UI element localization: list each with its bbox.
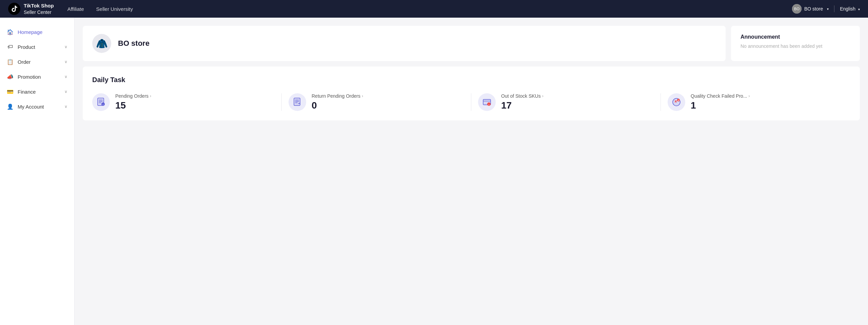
pending-orders-label: Pending Orders › xyxy=(115,93,275,99)
store-avatar: BO xyxy=(792,4,802,14)
sidebar-item-product[interactable]: 🏷 Product ∨ xyxy=(0,39,74,54)
product-icon: 🏷 xyxy=(7,43,14,50)
return-orders-count: 0 xyxy=(312,100,464,111)
nav-divider xyxy=(834,5,834,12)
store-card: 🧥 BO store xyxy=(83,26,726,61)
language-label: English xyxy=(840,6,855,12)
svg-text:BO: BO xyxy=(794,7,800,11)
out-of-stock-arrow-icon: › xyxy=(542,94,544,98)
quality-check-label: Quality Check Failed Pro... › xyxy=(691,93,844,99)
announcement-card: Announcement No announcement has been ad… xyxy=(731,26,860,61)
my-account-arrow-icon: ∨ xyxy=(64,104,67,109)
out-of-stock-icon-wrap: ! xyxy=(478,93,496,111)
pending-orders-arrow-icon: › xyxy=(150,94,151,98)
store-selector[interactable]: BO BO store ▾ xyxy=(792,4,829,14)
brand-name: TikTok Shop Seller Center xyxy=(24,2,54,15)
return-orders-icon-wrap xyxy=(289,93,306,111)
pending-orders-count: 15 xyxy=(115,100,275,111)
svg-text:!: ! xyxy=(489,103,490,106)
order-icon: 📋 xyxy=(7,58,14,65)
store-chevron-icon: ▾ xyxy=(827,7,829,11)
sidebar-label-my-account: My Account xyxy=(18,104,60,110)
sidebar-label-product: Product xyxy=(18,44,60,50)
announcement-empty-message: No announcement has been added yet xyxy=(741,43,850,49)
sidebar-item-homepage[interactable]: 🏠 Homepage xyxy=(0,24,74,39)
quality-check-arrow-icon: › xyxy=(749,94,750,98)
sidebar-label-finance: Finance xyxy=(18,89,60,95)
svg-text:!: ! xyxy=(103,103,103,106)
nav-seller-university[interactable]: Seller University xyxy=(96,6,133,12)
announcement-title: Announcement xyxy=(741,34,850,40)
return-orders-arrow-icon: › xyxy=(362,94,363,98)
return-orders-info: Return Pending Orders › 0 xyxy=(312,93,464,111)
task-quality-check[interactable]: ✕ Quality Check Failed Pro... › 1 xyxy=(661,93,850,111)
daily-task-card: Daily Task ! P xyxy=(83,66,860,120)
quality-check-icon-wrap: ✕ xyxy=(668,93,685,111)
task-return-pending-orders[interactable]: Return Pending Orders › 0 xyxy=(282,93,471,111)
sidebar-item-my-account[interactable]: 👤 My Account ∨ xyxy=(0,99,74,114)
nav-right: BO BO store ▾ English ▾ xyxy=(792,4,860,14)
top-navigation: TikTok Shop Seller Center Affiliate Sell… xyxy=(0,0,868,18)
top-section: 🧥 BO store Announcement No announcement … xyxy=(83,26,860,61)
promotion-arrow-icon: ∨ xyxy=(64,74,67,79)
sidebar-item-order[interactable]: 📋 Order ∨ xyxy=(0,54,74,69)
sidebar-label-order: Order xyxy=(18,59,60,65)
svg-rect-7 xyxy=(294,98,300,106)
store-title: BO store xyxy=(118,39,150,48)
home-icon: 🏠 xyxy=(7,28,14,35)
svg-text:✕: ✕ xyxy=(678,99,679,101)
out-of-stock-label: Out of Stock SKUs › xyxy=(501,93,654,99)
pending-orders-icon: ! xyxy=(96,97,106,107)
nav-links: Affiliate Seller University xyxy=(67,6,792,12)
main-content: 🧥 BO store Announcement No announcement … xyxy=(75,18,868,325)
nav-affiliate[interactable]: Affiliate xyxy=(67,6,84,12)
pending-orders-info: Pending Orders › 15 xyxy=(115,93,275,111)
language-selector[interactable]: English ▾ xyxy=(840,6,860,12)
task-out-of-stock[interactable]: ! Out of Stock SKUs › 17 xyxy=(471,93,661,111)
sidebar: 🏠 Homepage 🏷 Product ∨ 📋 Order ∨ 📣 Promo… xyxy=(0,18,75,325)
sidebar-label-homepage: Homepage xyxy=(18,29,67,35)
product-arrow-icon: ∨ xyxy=(64,44,67,49)
quality-check-icon: ✕ xyxy=(672,97,681,107)
store-name-nav: BO store xyxy=(804,6,823,12)
store-icon: 🧥 xyxy=(92,34,111,53)
daily-task-title: Daily Task xyxy=(92,76,850,84)
sidebar-label-promotion: Promotion xyxy=(18,74,60,80)
quality-check-info: Quality Check Failed Pro... › 1 xyxy=(691,93,844,111)
order-arrow-icon: ∨ xyxy=(64,59,67,64)
lang-chevron-icon: ▾ xyxy=(858,7,860,11)
my-account-icon: 👤 xyxy=(7,103,14,110)
svg-point-0 xyxy=(8,3,20,15)
brand-logo[interactable]: TikTok Shop Seller Center xyxy=(8,2,54,15)
sidebar-item-finance[interactable]: 💳 Finance ∨ xyxy=(0,84,74,99)
page-layout: 🏠 Homepage 🏷 Product ∨ 📋 Order ∨ 📣 Promo… xyxy=(0,18,868,325)
promotion-icon: 📣 xyxy=(7,73,14,80)
tiktok-logo-icon xyxy=(8,3,20,15)
out-of-stock-info: Out of Stock SKUs › 17 xyxy=(501,93,654,111)
quality-check-count: 1 xyxy=(691,100,844,111)
pending-orders-icon-wrap: ! xyxy=(92,93,110,111)
finance-arrow-icon: ∨ xyxy=(64,89,67,94)
return-orders-label: Return Pending Orders › xyxy=(312,93,464,99)
sidebar-item-promotion[interactable]: 📣 Promotion ∨ xyxy=(0,69,74,84)
task-grid: ! Pending Orders › 15 xyxy=(92,93,850,111)
finance-icon: 💳 xyxy=(7,88,14,95)
out-of-stock-icon: ! xyxy=(482,97,492,107)
task-pending-orders[interactable]: ! Pending Orders › 15 xyxy=(92,93,282,111)
return-orders-icon xyxy=(293,97,302,107)
out-of-stock-count: 17 xyxy=(501,100,654,111)
